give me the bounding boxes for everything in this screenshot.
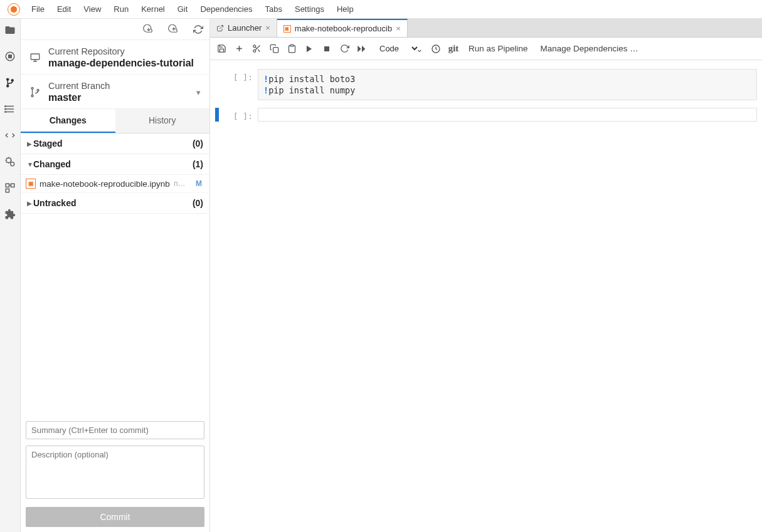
manage-dependencies-button[interactable]: Manage Dependencies … (538, 43, 641, 55)
commit-button[interactable]: Commit (26, 507, 204, 527)
add-cell-icon[interactable] (234, 44, 244, 54)
svg-point-5 (5, 106, 6, 107)
running-icon[interactable] (4, 50, 16, 63)
close-icon[interactable]: × (396, 24, 401, 33)
menu-edit[interactable]: Edit (51, 2, 77, 16)
svg-marker-31 (357, 45, 361, 52)
tab-launcher-label: Launcher (228, 23, 262, 33)
svg-point-18 (31, 95, 33, 97)
run-icon[interactable] (304, 44, 314, 54)
cell-indicator (215, 69, 219, 100)
section-staged[interactable]: ▶ Staged (0) (21, 133, 209, 154)
caret-right-icon: ▶ (27, 200, 33, 207)
cloud-pull-icon[interactable] (143, 24, 153, 34)
kernel-status-icon[interactable] (431, 44, 441, 54)
refresh-icon[interactable] (193, 24, 203, 34)
branch-label: Current Branch (48, 81, 110, 91)
git-text-icon[interactable]: git (448, 44, 458, 54)
menu-settings[interactable]: Settings (288, 2, 331, 16)
menu-kernel[interactable]: Kernel (135, 2, 171, 16)
svg-rect-12 (6, 189, 9, 192)
code-icon[interactable] (4, 129, 16, 142)
notebook-body[interactable]: [ ]: !pip install boto3 !pip install num… (210, 60, 762, 532)
settings-manage-icon[interactable] (4, 155, 16, 168)
svg-rect-11 (11, 184, 14, 187)
section-untracked-label: Untracked (33, 198, 193, 208)
svg-rect-27 (273, 48, 278, 53)
copy-icon[interactable] (269, 44, 279, 54)
pipeline-icon[interactable] (4, 182, 16, 194)
menu-git[interactable]: Git (171, 2, 194, 16)
menu-tabs[interactable]: Tabs (259, 2, 288, 16)
menu-run[interactable]: Run (107, 2, 135, 16)
menu-help[interactable]: Help (331, 2, 360, 16)
chevron-down-icon: ▾ (196, 88, 201, 97)
svg-point-6 (5, 108, 6, 110)
cell-type-select[interactable]: Code (374, 42, 423, 55)
cut-icon[interactable] (251, 44, 262, 54)
commit-summary-input[interactable] (26, 421, 204, 439)
notebook-file-icon: ▣ (283, 25, 291, 33)
launcher-icon (216, 24, 224, 32)
git-branch-icon[interactable] (4, 76, 16, 89)
tab-changes[interactable]: Changes (21, 109, 115, 133)
extension-icon[interactable] (4, 208, 16, 221)
svg-point-22 (253, 45, 255, 48)
cell-editor[interactable] (258, 108, 757, 122)
svg-rect-10 (6, 184, 9, 187)
commit-description-input[interactable] (26, 446, 204, 499)
section-staged-count: (0) (193, 138, 203, 149)
cell-type-dropdown[interactable]: Code (374, 42, 420, 55)
git-panel: Current Repository manage-dependencies-t… (21, 19, 210, 532)
svg-point-17 (31, 88, 33, 90)
close-icon[interactable]: × (265, 23, 270, 33)
svg-point-9 (11, 162, 14, 166)
current-branch-section[interactable]: Current Branch master ▾ (21, 75, 209, 109)
code-cell[interactable]: [ ]: (210, 107, 762, 123)
run-all-icon[interactable] (357, 44, 367, 54)
folder-icon[interactable] (4, 24, 16, 36)
section-untracked[interactable]: ▶ Untracked (0) (21, 193, 209, 214)
branch-name: master (48, 92, 110, 103)
changed-file-path: noteb… (174, 179, 189, 188)
main-area: Launcher × ▣ make-notebook-reproducib × … (210, 19, 762, 532)
tab-notebook[interactable]: ▣ make-notebook-reproducib × (277, 19, 408, 37)
menu-view[interactable]: View (77, 2, 107, 16)
restart-icon[interactable] (339, 44, 349, 54)
toc-icon[interactable] (4, 103, 16, 115)
commit-form: Commit (21, 416, 209, 532)
changed-file-row[interactable]: ▣ make-notebook-reproducible.ipynb noteb… (21, 175, 209, 193)
tab-notebook-label: make-notebook-reproducib (295, 24, 392, 33)
stop-icon[interactable] (322, 44, 332, 54)
notebook-toolbar: Code git Run as Pipeline Manage Dependen… (210, 38, 762, 60)
tab-history[interactable]: History (115, 109, 210, 133)
git-panel-toolbar (21, 19, 209, 40)
svg-rect-14 (31, 54, 40, 60)
cell-editor[interactable]: !pip install boto3 !pip install numpy (258, 69, 757, 100)
save-icon[interactable] (216, 44, 226, 54)
changed-file-name: make-notebook-reproducible.ipynb (40, 179, 170, 189)
menu-file[interactable]: File (25, 2, 51, 16)
tab-launcher[interactable]: Launcher × (210, 19, 277, 37)
repo-name: manage-dependencies-tutorial (48, 58, 194, 69)
repo-label: Current Repository (48, 46, 194, 56)
paste-icon[interactable] (287, 44, 297, 54)
svg-rect-1 (9, 55, 12, 58)
git-subtabs: Changes History (21, 109, 209, 133)
section-changed[interactable]: ▼ Changed (1) (21, 154, 209, 175)
section-staged-label: Staged (33, 138, 193, 149)
run-as-pipeline-button[interactable]: Run as Pipeline (466, 43, 531, 55)
section-untracked-count: (0) (193, 198, 203, 208)
code-cell[interactable]: [ ]: !pip install boto3 !pip install num… (210, 68, 762, 102)
cloud-push-icon[interactable] (168, 24, 178, 34)
jupyter-logo[interactable] (8, 3, 20, 16)
branch-icon (29, 86, 41, 98)
cell-indicator (215, 108, 219, 122)
monitor-icon (29, 52, 41, 63)
caret-down-icon: ▼ (27, 161, 33, 168)
current-repo-section[interactable]: Current Repository manage-dependencies-t… (21, 40, 209, 75)
svg-line-25 (258, 50, 260, 51)
menu-dependencies[interactable]: Dependencies (194, 2, 258, 16)
svg-point-23 (253, 50, 255, 52)
cell-prompt: [ ]: (223, 69, 258, 100)
